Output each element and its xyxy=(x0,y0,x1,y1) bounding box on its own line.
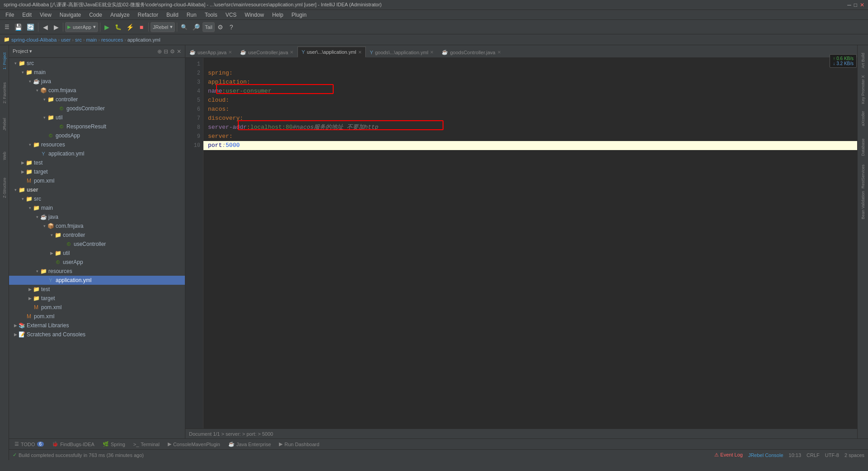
status-encoding[interactable]: CRLF xyxy=(807,452,820,458)
breadcrumb-src[interactable]: src xyxy=(75,37,82,42)
breadcrumb-project[interactable]: spring-cloud-Alibaba xyxy=(11,37,57,42)
right-tool-beanvalidation[interactable]: Bean Validation xyxy=(859,192,868,219)
toolbar-settings-btn[interactable]: ⚙ xyxy=(216,21,226,33)
menu-help[interactable]: Help xyxy=(269,11,287,19)
menu-tools[interactable]: Tools xyxy=(201,11,221,19)
tree-item-external[interactable]: ▶ 📚 External Libraries xyxy=(9,321,185,330)
toolbar-save-btn[interactable]: 💾 xyxy=(13,21,24,33)
tree-item-src1[interactable]: ▾ 📁 src xyxy=(9,59,185,68)
tree-item-java1[interactable]: ▾ ☕ java xyxy=(9,77,185,86)
tree-item-main2[interactable]: ▾ 📁 main xyxy=(9,203,185,212)
jrebel-dropdown[interactable]: JRebel ▾ xyxy=(151,22,175,32)
tree-item-controller1[interactable]: ▾ 📁 controller xyxy=(9,95,185,104)
bottom-tab-findbugs[interactable]: 🐞 FindBugs-IDEA xyxy=(48,440,98,449)
tail-dropdown[interactable]: Tail xyxy=(203,22,215,32)
tree-item-com1[interactable]: ▾ 📦 com.fmjava xyxy=(9,86,185,95)
bottom-tab-terminal[interactable]: >_ Terminal xyxy=(130,440,163,449)
header-icon-collapse[interactable]: ⊟ xyxy=(164,48,168,55)
header-icon-add[interactable]: ⊕ xyxy=(157,48,162,55)
menu-file[interactable]: File xyxy=(2,11,18,19)
side-tab-project[interactable]: 1: Project xyxy=(0,45,9,77)
bottom-tab-todo[interactable]: ☰ TODO 6 xyxy=(11,440,47,449)
editor-content[interactable]: 1 2 3 4 5 6 7 8 9 10 xyxy=(185,58,857,429)
tree-item-usecontroller[interactable]: ▶ © useController xyxy=(9,240,185,249)
tab-usecontroller[interactable]: ☕ useController.java ✕ xyxy=(236,47,297,57)
tree-item-target1[interactable]: ▶ 📁 target xyxy=(9,167,185,176)
tree-item-com2[interactable]: ▾ 📦 com.fmjava xyxy=(9,221,185,231)
menu-build[interactable]: Build xyxy=(163,11,182,19)
menu-plugin[interactable]: Plugin xyxy=(288,11,310,19)
breadcrumb-resources[interactable]: resources xyxy=(101,37,123,42)
tree-item-src2[interactable]: ▾ 📁 src xyxy=(9,194,185,203)
maximize-button[interactable]: □ xyxy=(854,2,857,8)
tree-item-scratches[interactable]: ▶ 📝 Scratches and Consoles xyxy=(9,330,185,339)
tree-item-pom3[interactable]: ▶ M pom.xml xyxy=(9,312,185,321)
toolbar-sync-btn[interactable]: 🔄 xyxy=(25,21,36,33)
status-charset[interactable]: UTF-8 xyxy=(825,452,839,458)
menu-navigate[interactable]: Navigate xyxy=(56,11,85,19)
close-button[interactable]: ✕ xyxy=(860,2,864,8)
bottom-tab-run-dashboard[interactable]: ▶ Run Dashboard xyxy=(275,440,323,449)
toolbar-forward-btn[interactable]: ▶ xyxy=(51,21,61,33)
tab-close-goodscontroller[interactable]: ✕ xyxy=(497,50,501,55)
menu-vcs[interactable]: VCS xyxy=(222,11,241,19)
toolbar-run-coverage-btn[interactable]: ⚡ xyxy=(124,21,136,33)
breadcrumb-main[interactable]: main xyxy=(86,37,97,42)
toolbar-stop-btn[interactable]: ■ xyxy=(137,21,146,33)
menu-refactor[interactable]: Refactor xyxy=(134,11,162,19)
toolbar-run-btn[interactable]: ▶ xyxy=(102,21,112,33)
toolbar-search-btn[interactable]: 🔍 xyxy=(179,21,189,33)
tree-item-goodsapp[interactable]: ▶ © goodsApp xyxy=(9,131,185,140)
tree-item-controller2[interactable]: ▾ 📁 controller xyxy=(9,231,185,240)
right-tool-axcoder[interactable]: aXcoder xyxy=(859,105,868,132)
tree-item-responseresult[interactable]: ▶ © ResponseResult xyxy=(9,122,185,131)
menu-run[interactable]: Run xyxy=(183,11,200,19)
code-editor[interactable]: spring: application: name: user-consumer… xyxy=(203,58,857,429)
tab-close-usecontroller[interactable]: ✕ xyxy=(290,50,293,55)
side-tab-jrebel[interactable]: JRebel xyxy=(0,108,9,140)
event-log[interactable]: ⚠ Event Log xyxy=(714,452,743,458)
side-tab-web[interactable]: Web xyxy=(0,140,9,172)
menu-window[interactable]: Window xyxy=(241,11,268,19)
tree-item-pom1[interactable]: ▶ M pom.xml xyxy=(9,176,185,185)
tree-item-java2[interactable]: ▾ ☕ java xyxy=(9,212,185,221)
breadcrumb-user[interactable]: user xyxy=(61,37,71,42)
tree-item-goodscontroller[interactable]: ▶ © goodsController xyxy=(9,104,185,113)
side-tab-favorites[interactable]: 2: Favorites xyxy=(0,77,9,108)
tree-item-test2[interactable]: ▶ 📁 test xyxy=(9,285,185,294)
header-icon-close[interactable]: ✕ xyxy=(177,48,181,55)
menu-code[interactable]: Code xyxy=(85,11,106,19)
tree-item-pom2[interactable]: ▶ M pom.xml xyxy=(9,303,185,312)
tree-item-target2[interactable]: ▶ 📁 target xyxy=(9,294,185,303)
tree-item-test1[interactable]: ▶ 📁 test xyxy=(9,158,185,167)
toolbar-menu-btn[interactable]: ☰ xyxy=(2,21,12,33)
tree-item-resources2[interactable]: ▾ 📁 resources xyxy=(9,267,185,276)
tab-goods-appyml[interactable]: Y goods\...\application.yml ✕ xyxy=(366,47,438,57)
tree-item-user[interactable]: ▾ 📁 user xyxy=(9,185,185,194)
toolbar-back-btn[interactable]: ◀ xyxy=(40,21,50,33)
right-tool-restservices[interactable]: RestServices xyxy=(859,163,868,190)
tree-item-resources1[interactable]: ▾ 📁 resources xyxy=(9,140,185,149)
run-config-dropdown[interactable]: ▶ userApp ▾ xyxy=(65,22,98,32)
tab-close-goods-appyml[interactable]: ✕ xyxy=(430,50,434,55)
tree-item-util2[interactable]: ▶ 📁 util xyxy=(9,249,185,258)
tab-userapp[interactable]: ☕ userApp.java ✕ xyxy=(185,47,236,57)
jrebel-console[interactable]: JRebel Console xyxy=(748,452,783,458)
menu-analyze[interactable]: Analyze xyxy=(107,11,133,19)
menu-view[interactable]: View xyxy=(36,11,55,19)
header-icon-gear[interactable]: ⚙ xyxy=(170,48,175,55)
minimize-button[interactable]: ─ xyxy=(847,2,851,8)
toolbar-debug-btn[interactable]: 🐛 xyxy=(113,21,123,33)
tab-close-user-appyml[interactable]: ✕ xyxy=(358,50,362,55)
tree-item-main1[interactable]: ▾ 📁 main xyxy=(9,68,185,77)
bottom-tab-java-enterprise[interactable]: ☕ Java Enterprise xyxy=(225,440,274,449)
tab-close-userapp[interactable]: ✕ xyxy=(228,50,232,55)
bottom-tab-maven[interactable]: ▶ ConsoleMavenPlugin xyxy=(164,440,224,449)
toolbar-inspect-btn[interactable]: 🔎 xyxy=(190,21,202,33)
tree-item-appyml1[interactable]: ▶ Y application.yml xyxy=(9,149,185,158)
status-indent[interactable]: 2 spaces xyxy=(844,452,864,458)
tab-goodscontroller[interactable]: ☕ goodsController.java ✕ xyxy=(438,47,505,57)
tab-user-appyml[interactable]: Y user\...\application.yml ✕ xyxy=(297,47,366,57)
bottom-tab-spring[interactable]: 🌿 Spring xyxy=(99,440,129,449)
toolbar-help-btn[interactable]: ? xyxy=(226,21,236,33)
